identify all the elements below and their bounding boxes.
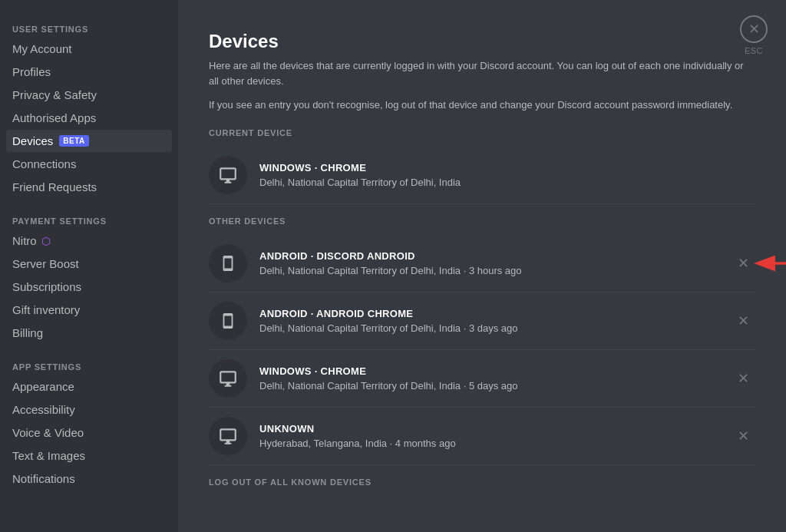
sidebar-item-label: Notifications [12,472,75,485]
sidebar-item-my-account[interactable]: My Account [6,38,172,60]
other-devices-section: OTHER DEVICES ANDROID · DISCORD ANDROID … [209,216,755,465]
sidebar-item-gift-inventory[interactable]: Gift inventory [6,299,172,321]
current-device-name: WINDOWS · CHROME [259,162,755,173]
sidebar-item-label: Appearance [12,380,74,393]
remove-device-button[interactable]: ✕ [732,367,755,390]
other-device-name: WINDOWS · CHROME [259,365,732,377]
close-icon[interactable]: ✕ [740,15,768,43]
sidebar-item-nitro[interactable]: Nitro ⬡ [6,230,172,252]
mobile-icon [220,311,236,331]
remove-device-button[interactable]: ✕ [732,252,755,275]
sidebar-item-connections[interactable]: Connections [6,153,172,175]
sidebar-item-label: Privacy & Safety [12,88,97,101]
sidebar-item-friend-requests[interactable]: Friend Requests [6,176,172,198]
other-device-location: Delhi, National Capital Territory of Del… [259,322,732,334]
red-arrow-indicator [751,248,786,279]
device-icon-desktop [209,156,247,194]
sidebar-item-subscriptions[interactable]: Subscriptions [6,276,172,298]
sidebar-item-label: Devices [12,134,53,147]
page-title: Devices [209,31,755,52]
sidebar-item-voice-video[interactable]: Voice & Video [6,421,172,444]
mobile-icon [220,253,236,273]
nitro-icon: ⬡ [41,235,51,247]
other-device-item: WINDOWS · CHROME Delhi, National Capital… [209,350,755,408]
other-device-location: Hyderabad, Telangana, India · 4 months a… [259,438,732,449]
payment-settings-label: PAYMENT SETTINGS [6,210,172,229]
sidebar-item-label: Accessibility [12,403,75,416]
device-icon-mobile [209,244,247,283]
sidebar-item-privacy-safety[interactable]: Privacy & Safety [6,84,172,106]
desktop-icon [218,426,238,446]
sidebar-item-profiles[interactable]: Profiles [6,61,172,83]
sidebar-item-text-images[interactable]: Text & Images [6,444,172,467]
other-device-location: Delhi, National Capital Territory of Del… [259,265,732,276]
remove-device-button[interactable]: ✕ [732,425,755,448]
current-device-location: Delhi, National Capital Territory of Del… [259,177,755,188]
sidebar-item-label: Billing [12,326,43,339]
sidebar-item-appearance[interactable]: Appearance [6,375,172,398]
sidebar: USER SETTINGS My Account Profiles Privac… [0,0,178,532]
page-warning: If you see an entry you don't recognise,… [209,97,755,113]
page-description: Here are all the devices that are curren… [209,58,755,88]
other-devices-label: OTHER DEVICES [209,216,755,226]
other-device-item: ANDROID · ANDROID CHROME Delhi, National… [209,292,755,350]
other-device-info: WINDOWS · CHROME Delhi, National Capital… [259,365,732,392]
desktop-icon [218,165,238,185]
user-settings-label: USER SETTINGS [6,18,172,37]
sidebar-item-server-boost[interactable]: Server Boost [6,253,172,275]
beta-badge: BETA [59,135,88,147]
app-settings-label: APP SETTINGS [6,356,172,375]
current-device-label: CURRENT DEVICE [209,128,755,137]
sidebar-item-label: Voice & Video [12,426,84,439]
log-out-section: LOG OUT OF ALL KNOWN DEVICES [209,477,755,487]
esc-label: ESC [745,46,763,55]
close-button[interactable]: ✕ ESC [740,15,768,55]
other-device-location: Delhi, National Capital Territory of Del… [259,380,732,392]
sidebar-item-label: My Account [12,42,72,55]
current-device-info: WINDOWS · CHROME Delhi, National Capital… [259,162,755,188]
remove-device-button[interactable]: ✕ [732,309,755,332]
sidebar-item-label: Gift inventory [12,303,80,316]
other-device-item: UNKNOWN Hyderabad, Telangana, India · 4 … [209,408,755,465]
other-device-name: ANDROID · DISCORD ANDROID [259,250,732,262]
device-icon-mobile [209,302,247,340]
main-content: ✕ ESC Devices Here are all the devices t… [178,0,786,532]
sidebar-item-label: Authorised Apps [12,111,96,124]
log-out-label: LOG OUT OF ALL KNOWN DEVICES [209,477,755,487]
other-device-info: ANDROID · DISCORD ANDROID Delhi, Nationa… [259,250,732,276]
sidebar-item-label: Nitro [12,234,37,247]
other-device-item: ANDROID · DISCORD ANDROID Delhi, Nationa… [209,235,755,292]
other-device-info: ANDROID · ANDROID CHROME Delhi, National… [259,308,732,334]
sidebar-item-label: Server Boost [12,257,79,270]
sidebar-item-notifications[interactable]: Notifications [6,468,172,490]
sidebar-item-billing[interactable]: Billing [6,322,172,344]
sidebar-item-label: Text & Images [12,449,85,462]
other-device-name: ANDROID · ANDROID CHROME [259,308,732,319]
desktop-icon [218,368,238,388]
other-device-name: UNKNOWN [259,423,732,435]
sidebar-item-authorised-apps[interactable]: Authorised Apps [6,107,172,129]
sidebar-item-label: Friend Requests [12,180,97,193]
current-device-item: WINDOWS · CHROME Delhi, National Capital… [209,147,755,204]
sidebar-item-accessibility[interactable]: Accessibility [6,398,172,421]
sidebar-item-label: Subscriptions [12,280,81,293]
other-device-info: UNKNOWN Hyderabad, Telangana, India · 4 … [259,423,732,449]
sidebar-item-label: Profiles [12,65,51,78]
sidebar-item-devices[interactable]: Devices BETA [6,130,172,152]
device-icon-desktop [209,417,247,455]
sidebar-item-label: Connections [12,157,76,170]
device-icon-desktop [209,359,247,398]
